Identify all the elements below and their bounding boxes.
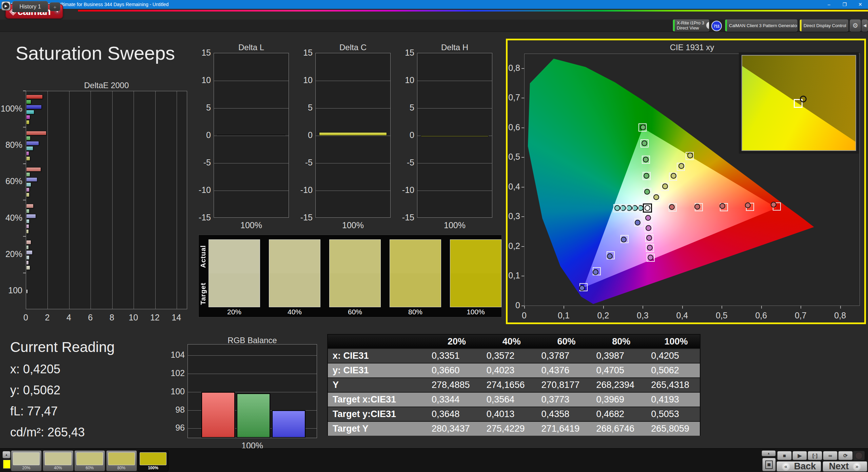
deltae-bar-20%-4 [26,260,29,265]
rgb-bar-green [237,393,270,438]
collapse-panel-button[interactable]: ◀ [862,19,868,32]
cie-xtick [722,306,722,309]
back-button[interactable]: « Back [776,461,821,472]
restore-button[interactable]: ❐ [837,0,852,9]
play-button[interactable]: ▶ [792,451,807,460]
delta-gridline [316,163,390,163]
deltae-ytick-label: 60% [0,176,22,186]
delta-bar-0 [217,135,285,136]
deltae-chart [26,91,187,309]
deltae-bar-40%-4 [26,224,29,229]
meter-dropdown[interactable]: X-Rite i1Pro 3Direct View ▼ [673,19,709,32]
swatch-label-20%: 20% [209,308,260,316]
cie-measured-yellow-5 [687,153,693,158]
deltae-axis-tick [23,273,26,273]
pattern-swatch-label: 80% [106,466,137,470]
deltae-ytick-label: 100 [0,286,22,295]
delta-ytick-label: 15 [396,48,414,58]
gear-icon: ⚙ [852,22,858,29]
display-control-dropdown[interactable]: Direct Display Control ▼ [800,19,848,32]
table-column-header: 20% [427,335,482,348]
delta-gridline [316,136,390,136]
reading-line-1: y: 0,5062 [10,383,60,397]
pattern-expand-button[interactable]: ▲ [2,451,11,458]
cie-ytick-label: 0,2 [498,241,520,251]
cie-zoom-inset [742,55,856,151]
table-cell: 0,3344 [427,393,482,407]
pattern-swatch-100%[interactable]: 100% [138,450,169,471]
pattern-swatch-80%[interactable]: 80% [106,450,137,471]
inset-measured-point [800,96,807,102]
deltae-axis-tick [23,91,26,91]
cie-xtick-label: 0,5 [711,311,732,320]
loop-button[interactable]: ⟳ [838,451,853,460]
single-measure-button[interactable]: [·] [808,451,822,460]
cie-measured-blue-4 [593,269,598,275]
cie-xtick-label: 0 [514,311,534,320]
deltae-bar-20%-1 [26,245,29,250]
table-cell: 0,3773 [537,393,592,407]
pattern-swatch-60%[interactable]: 60% [74,450,105,471]
close-button[interactable]: ✕ [852,0,868,9]
delta-ytick-label: -10 [396,185,414,195]
rgb-bar-red [201,392,235,438]
chevron-left-icon: ◀ [863,23,866,28]
tab-scroll-button[interactable]: ▶ [1,1,11,11]
pattern-swatch-label: 40% [43,466,73,470]
delta-gridline [214,191,289,191]
delta-ytick-label: 10 [294,75,313,85]
cie-xtick [524,306,525,309]
table-row: x: CIE310,33510,35720,37870,39870,4205 [328,348,700,363]
table-column-header: 60% [537,335,592,348]
next-button[interactable]: Next » [823,461,867,472]
cie-ytick-label: 0,7 [498,93,520,102]
deltae-bar-40%-3 [26,219,29,223]
tab-history-1[interactable]: History 1 [12,1,48,12]
stop-icon: ■ [765,460,773,469]
table-cell: 0,4023 [482,363,537,377]
cie-measured-blue-3 [607,253,613,259]
settings-button[interactable]: ⚙ [850,19,861,32]
pattern-swatch-20%[interactable]: 20% [11,450,42,471]
swatch-100% [450,239,501,307]
deltae-bar-40%-0 [26,204,34,208]
deltae-ytick-label: 80% [0,140,22,150]
table-cell: 268,6746 [591,422,646,436]
cie-measured-magenta-1 [645,215,651,221]
transport-expand-button[interactable]: ▲ [762,450,776,456]
deltae-bar-100%-2 [26,105,42,109]
deltae-xtick-label: 6 [83,313,97,322]
minimize-button[interactable]: – [821,0,837,9]
table-row: Y278,4885274,1656270,8177268,2394265,431… [328,377,700,392]
rgb-bar-blue [272,410,305,438]
add-tab-button[interactable]: + [50,2,60,11]
deltae-xtick-label: 0 [19,313,33,322]
deltae-bar-40%-2 [26,214,36,218]
pattern-swatch-40%[interactable]: 40% [43,450,74,471]
table-cell: 0,4205 [646,349,701,363]
cie-measured-green-2 [644,173,649,179]
table-row-label: Target x:CIE31 [328,393,427,407]
cie-measured-yellow-2 [662,183,668,189]
table-row-label: x: CIE31 [328,349,427,363]
table-corner-cell [328,335,427,348]
deltae-ytick-label: 100% [0,104,22,114]
table-row-label: Target Y [328,422,427,436]
cie-ytick [521,216,524,217]
table-row: Target Y280,3437275,4229271,6419268,6746… [328,421,700,436]
deltae-gridline [47,91,48,309]
delta-chart-title-1: Delta C [315,43,391,52]
swatch-label-80%: 80% [390,308,441,316]
continuous-measure-button[interactable]: ∞ [823,451,837,460]
pattern-generator-dropdown[interactable]: CalMAN Client 3 Pattern Generator ▼ [725,19,797,32]
delta-xlabel: 100% [214,220,289,230]
cie-ytick [521,98,524,98]
delta-gridline [417,81,492,81]
stop-measure-button[interactable]: ■ [762,458,776,471]
delta-ytick-label: -5 [294,158,313,168]
delta-gridline [316,108,390,109]
next-button-label: Next [829,461,849,472]
stop-button[interactable]: ■ [777,451,792,460]
table-cell: 0,5053 [646,407,701,421]
table-cell: 278,4885 [427,378,482,392]
